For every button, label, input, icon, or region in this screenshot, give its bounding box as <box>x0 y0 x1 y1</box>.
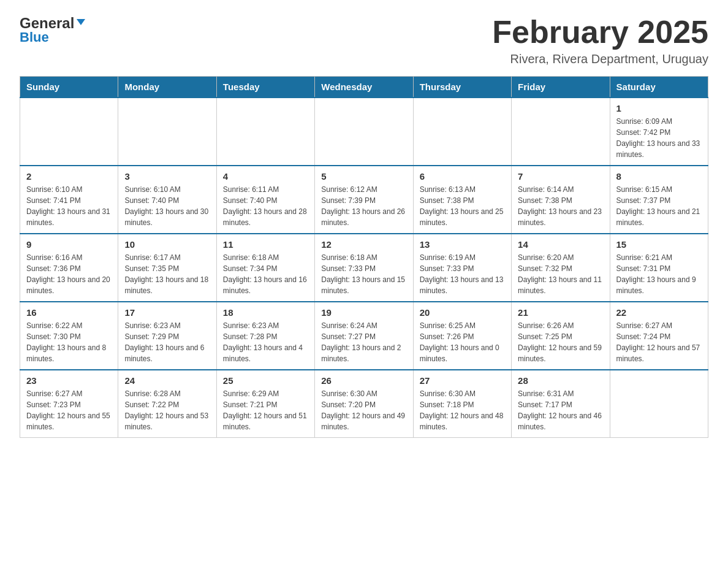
day-info: Sunrise: 6:09 AMSunset: 7:42 PMDaylight:… <box>616 117 700 159</box>
table-row: 3 Sunrise: 6:10 AMSunset: 7:40 PMDayligh… <box>118 166 216 234</box>
table-row <box>610 370 708 438</box>
day-info: Sunrise: 6:30 AMSunset: 7:20 PMDaylight:… <box>321 389 405 431</box>
day-number: 6 <box>420 171 505 182</box>
day-number: 5 <box>321 171 406 182</box>
calendar-title: February 2025 <box>492 15 708 50</box>
day-info: Sunrise: 6:11 AMSunset: 7:40 PMDaylight:… <box>223 185 307 227</box>
day-info: Sunrise: 6:14 AMSunset: 7:38 PMDaylight:… <box>518 185 602 227</box>
day-info: Sunrise: 6:18 AMSunset: 7:33 PMDaylight:… <box>321 253 405 295</box>
day-info: Sunrise: 6:17 AMSunset: 7:35 PMDaylight:… <box>124 253 208 295</box>
logo-blue-text: Blue <box>20 29 49 45</box>
table-row: 22 Sunrise: 6:27 AMSunset: 7:24 PMDaylig… <box>610 302 708 370</box>
day-info: Sunrise: 6:12 AMSunset: 7:39 PMDaylight:… <box>321 185 405 227</box>
table-row <box>413 98 511 166</box>
day-info: Sunrise: 6:25 AMSunset: 7:26 PMDaylight:… <box>420 321 499 363</box>
day-info: Sunrise: 6:10 AMSunset: 7:41 PMDaylight:… <box>26 185 110 227</box>
table-row: 20 Sunrise: 6:25 AMSunset: 7:26 PMDaylig… <box>413 302 511 370</box>
col-monday: Monday <box>118 77 216 98</box>
table-row: 5 Sunrise: 6:12 AMSunset: 7:39 PMDayligh… <box>315 166 413 234</box>
col-saturday: Saturday <box>610 77 708 98</box>
table-row: 1 Sunrise: 6:09 AMSunset: 7:42 PMDayligh… <box>610 98 708 166</box>
day-info: Sunrise: 6:10 AMSunset: 7:40 PMDaylight:… <box>124 185 208 227</box>
day-number: 9 <box>26 239 112 250</box>
table-row: 28 Sunrise: 6:31 AMSunset: 7:17 PMDaylig… <box>512 370 610 438</box>
calendar-week-row: 9 Sunrise: 6:16 AMSunset: 7:36 PMDayligh… <box>20 234 708 302</box>
table-row: 17 Sunrise: 6:23 AMSunset: 7:29 PMDaylig… <box>118 302 216 370</box>
title-block: February 2025 Rivera, Rivera Department,… <box>492 15 708 66</box>
col-friday: Friday <box>512 77 610 98</box>
table-row: 21 Sunrise: 6:26 AMSunset: 7:25 PMDaylig… <box>512 302 610 370</box>
day-number: 28 <box>518 375 603 386</box>
day-number: 2 <box>26 171 112 182</box>
day-info: Sunrise: 6:24 AMSunset: 7:27 PMDaylight:… <box>321 321 401 363</box>
table-row: 6 Sunrise: 6:13 AMSunset: 7:38 PMDayligh… <box>413 166 511 234</box>
day-info: Sunrise: 6:15 AMSunset: 7:37 PMDaylight:… <box>616 185 700 227</box>
day-number: 22 <box>616 307 702 318</box>
table-row: 12 Sunrise: 6:18 AMSunset: 7:33 PMDaylig… <box>315 234 413 302</box>
table-row <box>216 98 314 166</box>
table-row: 19 Sunrise: 6:24 AMSunset: 7:27 PMDaylig… <box>315 302 413 370</box>
table-row <box>512 98 610 166</box>
day-info: Sunrise: 6:16 AMSunset: 7:36 PMDaylight:… <box>26 253 110 295</box>
table-row: 9 Sunrise: 6:16 AMSunset: 7:36 PMDayligh… <box>20 234 118 302</box>
col-sunday: Sunday <box>20 77 118 98</box>
day-number: 26 <box>321 375 406 386</box>
day-info: Sunrise: 6:13 AMSunset: 7:38 PMDaylight:… <box>420 185 504 227</box>
day-info: Sunrise: 6:18 AMSunset: 7:34 PMDaylight:… <box>223 253 307 295</box>
day-info: Sunrise: 6:21 AMSunset: 7:31 PMDaylight:… <box>616 253 696 295</box>
table-row: 26 Sunrise: 6:30 AMSunset: 7:20 PMDaylig… <box>315 370 413 438</box>
day-number: 25 <box>223 375 308 386</box>
table-row: 25 Sunrise: 6:29 AMSunset: 7:21 PMDaylig… <box>216 370 314 438</box>
day-number: 14 <box>518 239 603 250</box>
day-number: 27 <box>420 375 505 386</box>
day-number: 12 <box>321 239 406 250</box>
day-number: 11 <box>223 239 308 250</box>
day-number: 13 <box>420 239 505 250</box>
day-number: 20 <box>420 307 505 318</box>
col-tuesday: Tuesday <box>216 77 314 98</box>
table-row: 14 Sunrise: 6:20 AMSunset: 7:32 PMDaylig… <box>512 234 610 302</box>
calendar-header-row: Sunday Monday Tuesday Wednesday Thursday… <box>20 77 708 98</box>
day-number: 1 <box>616 103 702 113</box>
table-row: 10 Sunrise: 6:17 AMSunset: 7:35 PMDaylig… <box>118 234 216 302</box>
day-number: 24 <box>124 375 210 386</box>
calendar-subtitle: Rivera, Rivera Department, Uruguay <box>492 52 708 66</box>
day-info: Sunrise: 6:20 AMSunset: 7:32 PMDaylight:… <box>518 253 602 295</box>
day-info: Sunrise: 6:23 AMSunset: 7:28 PMDaylight:… <box>223 321 303 363</box>
day-info: Sunrise: 6:22 AMSunset: 7:30 PMDaylight:… <box>26 321 106 363</box>
calendar-week-row: 23 Sunrise: 6:27 AMSunset: 7:23 PMDaylig… <box>20 370 708 438</box>
day-number: 19 <box>321 307 406 318</box>
logo-arrow-icon <box>75 17 86 30</box>
day-number: 7 <box>518 171 603 182</box>
day-number: 8 <box>616 171 702 182</box>
day-info: Sunrise: 6:23 AMSunset: 7:29 PMDaylight:… <box>124 321 204 363</box>
table-row <box>315 98 413 166</box>
day-number: 21 <box>518 307 603 318</box>
page-header: General Blue February 2025 Rivera, River… <box>20 15 708 66</box>
table-row: 2 Sunrise: 6:10 AMSunset: 7:41 PMDayligh… <box>20 166 118 234</box>
table-row <box>20 98 118 166</box>
day-number: 15 <box>616 239 702 250</box>
day-number: 17 <box>124 307 210 318</box>
calendar-week-row: 1 Sunrise: 6:09 AMSunset: 7:42 PMDayligh… <box>20 98 708 166</box>
day-number: 16 <box>26 307 112 318</box>
table-row: 24 Sunrise: 6:28 AMSunset: 7:22 PMDaylig… <box>118 370 216 438</box>
col-wednesday: Wednesday <box>315 77 413 98</box>
col-thursday: Thursday <box>413 77 511 98</box>
table-row: 8 Sunrise: 6:15 AMSunset: 7:37 PMDayligh… <box>610 166 708 234</box>
day-info: Sunrise: 6:29 AMSunset: 7:21 PMDaylight:… <box>223 389 307 431</box>
table-row: 18 Sunrise: 6:23 AMSunset: 7:28 PMDaylig… <box>216 302 314 370</box>
table-row: 23 Sunrise: 6:27 AMSunset: 7:23 PMDaylig… <box>20 370 118 438</box>
day-info: Sunrise: 6:31 AMSunset: 7:17 PMDaylight:… <box>518 389 602 431</box>
day-number: 3 <box>124 171 210 182</box>
table-row: 7 Sunrise: 6:14 AMSunset: 7:38 PMDayligh… <box>512 166 610 234</box>
logo: General Blue <box>20 15 86 45</box>
table-row: 4 Sunrise: 6:11 AMSunset: 7:40 PMDayligh… <box>216 166 314 234</box>
svg-marker-0 <box>77 19 85 25</box>
day-info: Sunrise: 6:19 AMSunset: 7:33 PMDaylight:… <box>420 253 504 295</box>
calendar-table: Sunday Monday Tuesday Wednesday Thursday… <box>20 76 708 438</box>
table-row: 11 Sunrise: 6:18 AMSunset: 7:34 PMDaylig… <box>216 234 314 302</box>
table-row: 27 Sunrise: 6:30 AMSunset: 7:18 PMDaylig… <box>413 370 511 438</box>
day-number: 10 <box>124 239 210 250</box>
day-number: 4 <box>223 171 308 182</box>
